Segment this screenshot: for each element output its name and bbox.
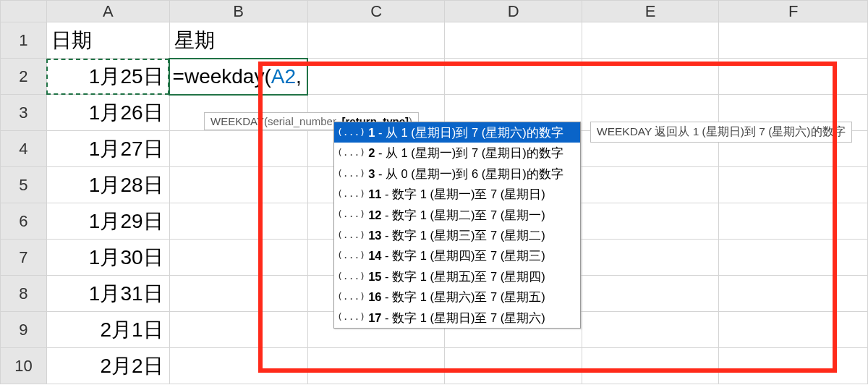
cell-E7[interactable] xyxy=(582,240,719,276)
cell-D10[interactable] xyxy=(445,348,582,384)
sig-arg1: serial_number, xyxy=(268,115,342,127)
cell-A10[interactable]: 2月2日 xyxy=(46,348,169,384)
constant-icon: (...) xyxy=(337,289,365,305)
cell-E6[interactable] xyxy=(582,203,719,240)
ac-option-11[interactable]: (...)11 - 数字 1 (星期一)至 7 (星期日) xyxy=(334,184,580,204)
cell-E2[interactable] xyxy=(582,59,719,95)
cell-C10[interactable] xyxy=(307,348,445,384)
cell-B9[interactable] xyxy=(169,312,307,348)
ac-option-label: 3 - 从 0 (星期一)到 6 (星期日)的数字 xyxy=(368,164,563,183)
constant-icon: (...) xyxy=(337,125,365,140)
ac-option-16[interactable]: (...)16 - 数字 1 (星期六)至 7 (星期五) xyxy=(334,287,580,307)
cell-F1[interactable] xyxy=(719,22,868,59)
spreadsheet: A B C D E F 1 日期 星期 2 1月25日 =weekday(A2, xyxy=(0,0,868,385)
ac-option-label: 11 - 数字 1 (星期一)至 7 (星期日) xyxy=(368,185,545,203)
ac-option-label: 14 - 数字 1 (星期四)至 7 (星期三) xyxy=(368,246,545,265)
cell-A9[interactable]: 2月1日 xyxy=(46,312,169,348)
ac-option-12[interactable]: (...)12 - 数字 1 (星期二)至 7 (星期一) xyxy=(334,205,580,225)
cell-F2[interactable] xyxy=(719,59,868,95)
row-header-9[interactable]: 9 xyxy=(1,312,47,348)
cell-D2[interactable] xyxy=(445,59,582,95)
ac-option-label: 16 - 数字 1 (星期六)至 7 (星期五) xyxy=(368,287,545,306)
row-header-7[interactable]: 7 xyxy=(1,240,47,276)
constant-icon: (...) xyxy=(337,187,365,202)
col-header-B[interactable]: B xyxy=(169,1,307,22)
ac-option-17[interactable]: (...)17 - 数字 1 (星期日)至 7 (星期六) xyxy=(334,308,580,328)
cell-C2[interactable] xyxy=(307,59,445,95)
row-header-5[interactable]: 5 xyxy=(1,167,47,203)
cell-A5[interactable]: 1月28日 xyxy=(46,167,169,203)
cell-A8[interactable]: 1月31日 xyxy=(46,276,169,312)
cell-E1[interactable] xyxy=(582,22,719,59)
ac-option-label: 12 - 数字 1 (星期二)至 7 (星期一) xyxy=(368,206,545,224)
constant-icon: (...) xyxy=(337,248,365,263)
constant-icon: (...) xyxy=(337,166,365,182)
cell-E8[interactable] xyxy=(582,276,719,312)
cell-A3[interactable]: 1月26日 xyxy=(46,95,169,131)
cell-B8[interactable] xyxy=(169,276,307,312)
ac-option-label: 2 - 从 1 (星期一)到 7 (星期日)的数字 xyxy=(368,143,563,162)
ac-option-label: 1 - 从 1 (星期日)到 7 (星期六)的数字 xyxy=(368,123,563,142)
cell-F6[interactable] xyxy=(719,203,868,240)
constant-icon: (...) xyxy=(337,228,365,243)
row-header-3[interactable]: 3 xyxy=(1,95,47,131)
ac-option-15[interactable]: (...)15 - 数字 1 (星期五)至 7 (星期四) xyxy=(334,266,580,287)
constant-icon: (...) xyxy=(337,207,365,222)
cell-B5[interactable] xyxy=(169,167,307,203)
ac-option-label: 13 - 数字 1 (星期三)至 7 (星期二) xyxy=(368,226,545,245)
ac-option-2[interactable]: (...)2 - 从 1 (星期一)到 7 (星期日)的数字 xyxy=(334,143,580,163)
col-header-F[interactable]: F xyxy=(719,1,868,22)
col-header-A[interactable]: A xyxy=(46,1,169,22)
cell-E9[interactable] xyxy=(582,312,719,348)
cell-F5[interactable] xyxy=(719,167,868,203)
row-header-6[interactable]: 6 xyxy=(1,203,47,240)
cell-B2-editing[interactable]: =weekday(A2, xyxy=(169,59,307,95)
row-header-1[interactable]: 1 xyxy=(1,22,47,59)
col-header-C[interactable]: C xyxy=(307,1,445,22)
ac-option-label: 15 - 数字 1 (星期五)至 7 (星期四) xyxy=(368,267,545,286)
select-all-corner[interactable] xyxy=(1,1,47,22)
cell-C1[interactable] xyxy=(307,22,445,59)
row-header-2[interactable]: 2 xyxy=(1,59,47,95)
cell-F10[interactable] xyxy=(719,348,868,384)
ac-option-3[interactable]: (...)3 - 从 0 (星期一)到 6 (星期日)的数字 xyxy=(334,164,580,184)
cell-A6[interactable]: 1月29日 xyxy=(46,203,169,240)
cell-E10[interactable] xyxy=(582,348,719,384)
cell-A1[interactable]: 日期 xyxy=(46,22,169,59)
row-header-8[interactable]: 8 xyxy=(1,276,47,312)
row-header-4[interactable]: 4 xyxy=(1,131,47,167)
col-header-D[interactable]: D xyxy=(445,1,582,22)
cell-A2[interactable]: 1月25日 xyxy=(46,59,169,95)
cell-B1[interactable]: 星期 xyxy=(169,22,307,59)
cell-B7[interactable] xyxy=(169,240,307,276)
col-header-E[interactable]: E xyxy=(582,1,719,22)
cell-B10[interactable] xyxy=(169,348,307,384)
row-header-10[interactable]: 10 xyxy=(1,348,47,384)
cell-D1[interactable] xyxy=(445,22,582,59)
constant-icon: (...) xyxy=(337,310,365,325)
ac-option-14[interactable]: (...)14 - 数字 1 (星期四)至 7 (星期三) xyxy=(334,245,580,266)
function-description-tooltip: WEEKDAY 返回从 1 (星期日)到 7 (星期六)的数字 xyxy=(590,122,852,143)
cell-F9[interactable] xyxy=(719,312,868,348)
ac-option-1[interactable]: (...)1 - 从 1 (星期日)到 7 (星期六)的数字 xyxy=(334,122,580,143)
sig-fn-name: WEEKDAY( xyxy=(210,115,268,127)
cell-F7[interactable] xyxy=(719,240,868,276)
cell-A4[interactable]: 1月27日 xyxy=(46,131,169,167)
cell-B6[interactable] xyxy=(169,203,307,240)
ac-option-13[interactable]: (...)13 - 数字 1 (星期三)至 7 (星期二) xyxy=(334,225,580,245)
cell-A7[interactable]: 1月30日 xyxy=(46,240,169,276)
constant-icon: (...) xyxy=(337,269,365,284)
cell-F8[interactable] xyxy=(719,276,868,312)
ac-option-label: 17 - 数字 1 (星期日)至 7 (星期六) xyxy=(368,308,545,327)
cell-E5[interactable] xyxy=(582,167,719,203)
cell-B4[interactable] xyxy=(169,131,307,167)
argument-autocomplete-dropdown[interactable]: (...)1 - 从 1 (星期日)到 7 (星期六)的数字(...)2 - 从… xyxy=(333,122,581,329)
constant-icon: (...) xyxy=(337,145,365,161)
formula-text: =weekday(A2, xyxy=(173,65,302,88)
